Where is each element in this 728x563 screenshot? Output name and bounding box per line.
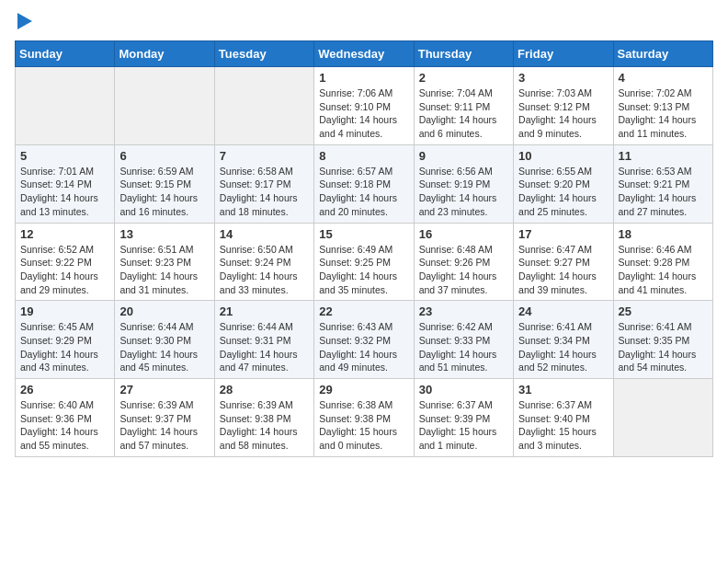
cell-info: Sunrise: 6:38 AMSunset: 9:38 PMDaylight:… bbox=[319, 398, 408, 453]
calendar-week-3: 12Sunrise: 6:52 AMSunset: 9:22 PMDayligh… bbox=[16, 223, 713, 301]
calendar-cell: 28Sunrise: 6:39 AMSunset: 9:38 PMDayligh… bbox=[214, 379, 313, 457]
cell-info: Sunrise: 7:06 AMSunset: 9:10 PMDaylight:… bbox=[319, 86, 408, 141]
calendar-week-5: 26Sunrise: 6:40 AMSunset: 9:36 PMDayligh… bbox=[16, 379, 713, 457]
weekday-header-tuesday: Tuesday bbox=[214, 41, 313, 67]
cell-info: Sunrise: 7:04 AMSunset: 9:11 PMDaylight:… bbox=[419, 86, 508, 141]
calendar-cell: 22Sunrise: 6:43 AMSunset: 9:32 PMDayligh… bbox=[314, 301, 414, 379]
cell-info: Sunrise: 6:57 AMSunset: 9:18 PMDaylight:… bbox=[319, 165, 408, 219]
page-header bbox=[15, 15, 713, 29]
day-number: 1 bbox=[319, 71, 408, 85]
weekday-header-row: SundayMondayTuesdayWednesdayThursdayFrid… bbox=[16, 41, 713, 67]
day-number: 28 bbox=[220, 383, 309, 396]
cell-info: Sunrise: 7:01 AMSunset: 9:14 PMDaylight:… bbox=[20, 165, 109, 219]
cell-info: Sunrise: 6:45 AMSunset: 9:29 PMDaylight:… bbox=[20, 320, 109, 374]
logo bbox=[15, 15, 32, 29]
calendar-cell: 12Sunrise: 6:52 AMSunset: 9:22 PMDayligh… bbox=[16, 223, 115, 301]
day-number: 11 bbox=[619, 149, 708, 163]
calendar-cell: 3Sunrise: 7:03 AMSunset: 9:12 PMDaylight… bbox=[514, 67, 613, 145]
day-number: 17 bbox=[518, 227, 608, 241]
calendar-cell: 19Sunrise: 6:45 AMSunset: 9:29 PMDayligh… bbox=[16, 301, 115, 379]
cell-info: Sunrise: 6:55 AMSunset: 9:20 PMDaylight:… bbox=[518, 165, 608, 219]
day-number: 9 bbox=[419, 149, 508, 163]
day-number: 12 bbox=[20, 227, 109, 241]
day-number: 20 bbox=[119, 304, 209, 318]
day-number: 6 bbox=[119, 149, 209, 163]
calendar-cell: 10Sunrise: 6:55 AMSunset: 9:20 PMDayligh… bbox=[514, 144, 613, 223]
calendar-cell: 23Sunrise: 6:42 AMSunset: 9:33 PMDayligh… bbox=[414, 301, 513, 379]
cell-info: Sunrise: 6:41 AMSunset: 9:34 PMDaylight:… bbox=[518, 320, 608, 374]
day-number: 15 bbox=[319, 227, 408, 241]
calendar-cell: 4Sunrise: 7:02 AMSunset: 9:13 PMDaylight… bbox=[613, 67, 712, 145]
cell-info: Sunrise: 6:47 AMSunset: 9:27 PMDaylight:… bbox=[518, 243, 608, 297]
cell-info: Sunrise: 6:58 AMSunset: 9:17 PMDaylight:… bbox=[220, 165, 309, 219]
cell-info: Sunrise: 6:48 AMSunset: 9:26 PMDaylight:… bbox=[419, 243, 508, 297]
day-number: 21 bbox=[220, 304, 309, 318]
calendar-cell: 1Sunrise: 7:06 AMSunset: 9:10 PMDaylight… bbox=[314, 67, 414, 145]
calendar-cell bbox=[214, 67, 313, 145]
weekday-header-sunday: Sunday bbox=[16, 41, 115, 67]
cell-info: Sunrise: 6:44 AMSunset: 9:31 PMDaylight:… bbox=[220, 320, 309, 374]
cell-info: Sunrise: 6:39 AMSunset: 9:37 PMDaylight:… bbox=[119, 398, 209, 453]
calendar-cell: 20Sunrise: 6:44 AMSunset: 9:30 PMDayligh… bbox=[115, 301, 214, 379]
calendar-cell: 8Sunrise: 6:57 AMSunset: 9:18 PMDaylight… bbox=[314, 144, 414, 223]
cell-info: Sunrise: 6:43 AMSunset: 9:32 PMDaylight:… bbox=[319, 320, 408, 374]
calendar-cell: 17Sunrise: 6:47 AMSunset: 9:27 PMDayligh… bbox=[514, 223, 613, 301]
day-number: 26 bbox=[20, 383, 109, 396]
day-number: 19 bbox=[20, 304, 109, 318]
calendar-cell: 31Sunrise: 6:37 AMSunset: 9:40 PMDayligh… bbox=[514, 379, 613, 457]
weekday-header-wednesday: Wednesday bbox=[314, 41, 414, 67]
day-number: 10 bbox=[518, 149, 608, 163]
calendar-cell bbox=[613, 379, 712, 457]
day-number: 24 bbox=[518, 304, 608, 318]
day-number: 18 bbox=[619, 227, 708, 241]
cell-info: Sunrise: 6:41 AMSunset: 9:35 PMDaylight:… bbox=[619, 320, 708, 374]
calendar-cell: 9Sunrise: 6:56 AMSunset: 9:19 PMDaylight… bbox=[414, 144, 513, 223]
cell-info: Sunrise: 6:49 AMSunset: 9:25 PMDaylight:… bbox=[319, 243, 408, 297]
cell-info: Sunrise: 7:02 AMSunset: 9:13 PMDaylight:… bbox=[619, 86, 708, 141]
cell-info: Sunrise: 7:03 AMSunset: 9:12 PMDaylight:… bbox=[518, 86, 608, 141]
cell-info: Sunrise: 6:52 AMSunset: 9:22 PMDaylight:… bbox=[20, 243, 109, 297]
calendar-cell: 30Sunrise: 6:37 AMSunset: 9:39 PMDayligh… bbox=[414, 379, 513, 457]
weekday-header-monday: Monday bbox=[115, 41, 214, 67]
calendar-cell: 21Sunrise: 6:44 AMSunset: 9:31 PMDayligh… bbox=[214, 301, 313, 379]
calendar-cell bbox=[115, 67, 214, 145]
day-number: 16 bbox=[419, 227, 508, 241]
cell-info: Sunrise: 6:39 AMSunset: 9:38 PMDaylight:… bbox=[220, 398, 309, 453]
cell-info: Sunrise: 6:42 AMSunset: 9:33 PMDaylight:… bbox=[419, 320, 508, 374]
calendar-cell: 27Sunrise: 6:39 AMSunset: 9:37 PMDayligh… bbox=[115, 379, 214, 457]
cell-info: Sunrise: 6:56 AMSunset: 9:19 PMDaylight:… bbox=[419, 165, 508, 219]
day-number: 14 bbox=[220, 227, 309, 241]
day-number: 5 bbox=[20, 149, 109, 163]
day-number: 8 bbox=[319, 149, 408, 163]
day-number: 29 bbox=[319, 383, 408, 396]
day-number: 22 bbox=[319, 304, 408, 318]
cell-info: Sunrise: 6:37 AMSunset: 9:40 PMDaylight:… bbox=[518, 398, 608, 453]
calendar-cell: 25Sunrise: 6:41 AMSunset: 9:35 PMDayligh… bbox=[613, 301, 712, 379]
day-number: 27 bbox=[119, 383, 209, 396]
day-number: 2 bbox=[419, 71, 508, 85]
cell-info: Sunrise: 6:46 AMSunset: 9:28 PMDaylight:… bbox=[619, 243, 708, 297]
day-number: 3 bbox=[518, 71, 608, 85]
calendar-cell: 6Sunrise: 6:59 AMSunset: 9:15 PMDaylight… bbox=[115, 144, 214, 223]
day-number: 23 bbox=[419, 304, 508, 318]
calendar-cell: 2Sunrise: 7:04 AMSunset: 9:11 PMDaylight… bbox=[414, 67, 513, 145]
cell-info: Sunrise: 6:44 AMSunset: 9:30 PMDaylight:… bbox=[119, 320, 209, 374]
weekday-header-friday: Friday bbox=[514, 41, 613, 67]
cell-info: Sunrise: 6:51 AMSunset: 9:23 PMDaylight:… bbox=[119, 243, 209, 297]
logo-triangle-icon bbox=[17, 13, 32, 29]
day-number: 31 bbox=[518, 383, 608, 396]
svg-marker-0 bbox=[17, 13, 32, 29]
calendar-week-1: 1Sunrise: 7:06 AMSunset: 9:10 PMDaylight… bbox=[16, 67, 713, 145]
weekday-header-saturday: Saturday bbox=[613, 41, 712, 67]
calendar-cell: 13Sunrise: 6:51 AMSunset: 9:23 PMDayligh… bbox=[115, 223, 214, 301]
weekday-header-thursday: Thursday bbox=[414, 41, 513, 67]
calendar-cell: 16Sunrise: 6:48 AMSunset: 9:26 PMDayligh… bbox=[414, 223, 513, 301]
calendar-cell: 15Sunrise: 6:49 AMSunset: 9:25 PMDayligh… bbox=[314, 223, 414, 301]
day-number: 30 bbox=[419, 383, 508, 396]
calendar-week-2: 5Sunrise: 7:01 AMSunset: 9:14 PMDaylight… bbox=[16, 144, 713, 223]
cell-info: Sunrise: 6:53 AMSunset: 9:21 PMDaylight:… bbox=[619, 165, 708, 219]
cell-info: Sunrise: 6:50 AMSunset: 9:24 PMDaylight:… bbox=[220, 243, 309, 297]
calendar-cell: 11Sunrise: 6:53 AMSunset: 9:21 PMDayligh… bbox=[613, 144, 712, 223]
calendar-cell: 24Sunrise: 6:41 AMSunset: 9:34 PMDayligh… bbox=[514, 301, 613, 379]
calendar-table: SundayMondayTuesdayWednesdayThursdayFrid… bbox=[15, 40, 713, 457]
